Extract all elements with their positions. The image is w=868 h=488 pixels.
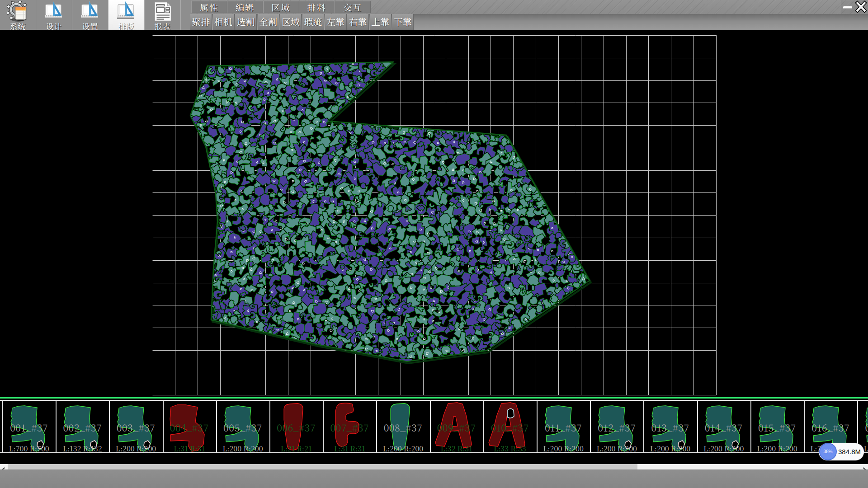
main-button-label: 设计 [46, 22, 62, 30]
tool-button-区域[interactable]: 区域 [280, 14, 302, 30]
percent-badge: 38% [819, 443, 837, 460]
menu-button-编辑[interactable]: 编辑 [227, 1, 263, 13]
tool-row: 聚排相机选割全割区域瑕疵左靠右靠上靠下靠 [191, 14, 868, 30]
pattern-id: 011_#37 [538, 421, 589, 434]
pattern-lr-count: L:200 R:200 [217, 443, 269, 453]
scroll-right-button[interactable] [855, 464, 868, 469]
menu-button-属性[interactable]: 属性 [191, 1, 227, 13]
tool-button-右靠[interactable]: 右靠 [347, 14, 369, 30]
tool-button-上靠[interactable]: 上靠 [370, 14, 392, 30]
pattern-cell[interactable]: 015_#37L:200 R:200 [750, 401, 803, 452]
pattern-id: 009_#37 [431, 421, 482, 434]
pattern-cell[interactable]: 009_#37L:32 R:31 [430, 401, 482, 452]
tool-button-聚排[interactable]: 聚排 [190, 14, 212, 30]
pattern-cell[interactable]: 001_#37L:700 R:700 [2, 401, 55, 452]
minimize-icon [841, 0, 854, 14]
pattern-id: 003_#37 [110, 421, 161, 434]
tool-button-瑕疵[interactable]: 瑕疵 [302, 14, 324, 30]
close-icon [854, 0, 868, 14]
tool-button-左靠[interactable]: 左靠 [325, 14, 347, 30]
main-button-label: 报表 [155, 22, 171, 30]
pattern-cell[interactable]: 010_#37L:33 R:33 [483, 401, 536, 452]
pattern-lr-count: L:31 R:31 [164, 443, 215, 453]
notepad-icon [15, 7, 26, 21]
main-button-系统[interactable]: 系统 [0, 0, 36, 30]
main-button-label: 系统 [10, 22, 26, 30]
report-document-icon [151, 1, 174, 22]
pattern-id: 005_#37 [217, 421, 269, 434]
pattern-cell[interactable]: 002_#37L:132 R:132 [56, 401, 108, 452]
pattern-lr-count: L:700 R:700 [3, 443, 55, 453]
pattern-strip: 001_#37L:700 R:700002_#37L:132 R:132003_… [0, 400, 868, 453]
menu-row: 属性编辑区域排料交互 [191, 0, 868, 14]
scroll-left-button[interactable] [0, 464, 8, 469]
pattern-cell[interactable]: 004_#37L:31 R:31 [163, 401, 215, 452]
toolbar: 系统 设计 [0, 0, 868, 30]
pattern-lr-count: L:21 R:21 [270, 443, 322, 453]
pattern-lr-count: L:200 R:200 [377, 443, 429, 453]
main-button-label: 设置 [82, 22, 99, 30]
memory-value: 384.8M [838, 443, 861, 460]
pattern-id: 016_#37 [805, 421, 856, 434]
application-window: 系统 设计 [0, 0, 868, 488]
tool-button-下靠[interactable]: 下靠 [392, 14, 414, 30]
main-button-设置[interactable]: 设置 [72, 0, 108, 30]
pattern-lr-count: L:200 R:200 [591, 443, 642, 453]
pattern-cell[interactable]: 013_#37L:200 R:200 [643, 401, 696, 452]
percent-value: 38% [823, 449, 832, 454]
pattern-cell[interactable]: 008_#37L:200 R:200 [376, 401, 429, 452]
pattern-id: 007_#37 [324, 421, 375, 434]
report-page-icon [155, 2, 171, 21]
horizontal-scrollbar[interactable] [0, 464, 868, 469]
pattern-cell[interactable]: 006_#37L:21 R:21 [269, 401, 322, 452]
tool-button-全割[interactable]: 全割 [258, 14, 279, 30]
toolbar-right: 属性编辑区域排料交互 聚排相机选割全割区域瑕疵左靠右靠上靠下靠 [191, 0, 868, 30]
pattern-id: 006_#37 [270, 421, 322, 434]
pattern-id: 017_#37 [858, 421, 868, 434]
pattern-cell[interactable]: 014_#37L:200 R:200 [697, 401, 750, 452]
memory-overlay-pill[interactable]: 38% 384.8M [819, 443, 864, 460]
pattern-id: 012_#37 [591, 421, 642, 434]
close-button[interactable] [854, 0, 868, 14]
pattern-id: 002_#37 [57, 421, 108, 434]
pattern-cell[interactable]: 012_#37L:200 R:200 [590, 401, 642, 452]
nesting-canvas-area[interactable] [0, 30, 868, 397]
main-button-设计[interactable]: 设计 [36, 0, 72, 30]
menu-button-排料[interactable]: 排料 [299, 1, 335, 13]
pattern-id: 010_#37 [484, 421, 536, 434]
status-bar [0, 469, 868, 488]
design-triangle-icon [79, 1, 102, 22]
pattern-lr-count: L:31 R:31 [324, 443, 375, 453]
pattern-lr-count: L:32 R:31 [431, 443, 482, 453]
pattern-id: 015_#37 [751, 421, 803, 434]
scrollbar-thumb[interactable] [8, 464, 637, 469]
main-button-group: 系统 设计 [0, 0, 191, 30]
menu-button-区域[interactable]: 区域 [263, 1, 299, 13]
pattern-lr-count: L:33 R:33 [484, 443, 536, 453]
strip-separator-line [0, 397, 868, 399]
design-triangle-icon [43, 1, 66, 22]
tool-button-相机[interactable]: 相机 [213, 14, 235, 30]
pattern-cell[interactable]: 005_#37L:200 R:200 [216, 401, 269, 452]
pattern-lr-count: L:200 R:200 [110, 443, 161, 453]
nesting-canvas[interactable] [0, 30, 868, 397]
pattern-id: 013_#37 [644, 421, 696, 434]
menu-button-交互[interactable]: 交互 [335, 1, 371, 13]
main-button-报表[interactable]: 报表 [145, 0, 181, 30]
minimize-button[interactable] [841, 0, 854, 14]
pattern-cell[interactable]: 011_#37L:200 R:200 [537, 401, 589, 452]
pattern-lr-count: L:200 R:200 [751, 443, 803, 453]
pattern-lr-count: L:200 R:200 [698, 443, 750, 453]
pattern-cell[interactable]: 007_#37L:31 R:31 [323, 401, 375, 452]
main-button-label: 排版 [118, 22, 135, 30]
design-triangle-icon [115, 1, 138, 22]
pattern-id: 004_#37 [164, 421, 215, 434]
pattern-id: 001_#37 [3, 421, 55, 434]
main-button-排版[interactable]: 排版 [108, 0, 145, 30]
system-gear-notepad-icon [7, 1, 29, 22]
pattern-id: 008_#37 [377, 421, 429, 434]
pattern-lr-count: L:200 R:200 [538, 443, 589, 453]
pattern-cell[interactable]: 003_#37L:200 R:200 [109, 401, 161, 452]
pattern-id: 014_#37 [698, 421, 750, 434]
tool-button-选割[interactable]: 选割 [235, 14, 257, 30]
